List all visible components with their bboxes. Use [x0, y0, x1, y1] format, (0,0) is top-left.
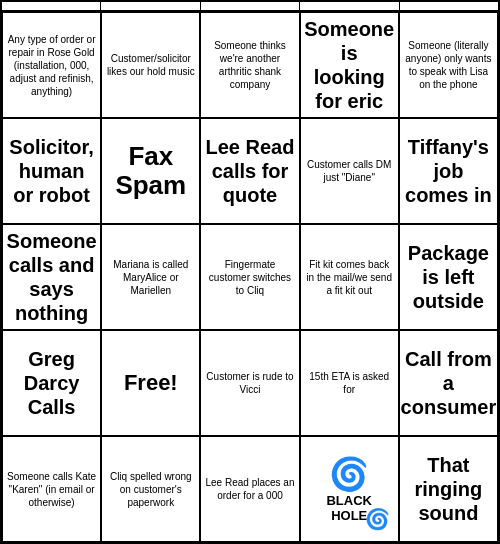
- cell-r3c0: Greg Darcy Calls: [2, 330, 101, 436]
- cell-r2c3: Fit kit comes back in the mail/we send a…: [300, 224, 399, 330]
- cell-r1c0: Solicitor, human or robot: [2, 118, 101, 224]
- cell-r1c3: Customer calls DM just "Diane": [300, 118, 399, 224]
- cell-label: Someone calls and says nothing: [7, 229, 97, 325]
- black-hole-icon2: 🌀: [365, 507, 390, 531]
- cell-r2c0: Someone calls and says nothing: [2, 224, 101, 330]
- cell-label: Lee Read places an order for a 000: [205, 476, 294, 502]
- cell-label: Fit kit comes back in the mail/we send a…: [305, 258, 394, 297]
- cell-r0c4: Someone (literally anyone) only wants to…: [399, 12, 498, 118]
- cell-r1c1: Fax Spam: [101, 118, 200, 224]
- cell-r0c2: Someone thinks we're another arthritic s…: [200, 12, 299, 118]
- free-space-label: Free!: [124, 370, 178, 396]
- cell-r2c1: Mariana is called MaryAlice or Mariellen: [101, 224, 200, 330]
- cell-label: Someone (literally anyone) only wants to…: [404, 39, 493, 91]
- cell-r4c4: That ringing sound: [399, 436, 498, 542]
- cell-r2c2: Fingermate customer switches to Cliq: [200, 224, 299, 330]
- cell-r4c3: 🌀 🌀 BLACKHOLE: [300, 436, 399, 542]
- cell-r1c2: Lee Read calls for quote: [200, 118, 299, 224]
- cell-label: Solicitor, human or robot: [7, 135, 96, 207]
- cell-label: Lee Read calls for quote: [205, 135, 294, 207]
- header-n: [201, 2, 300, 12]
- cell-r3c2: Customer is rude to Vicci: [200, 330, 299, 436]
- cell-label: Tiffany's job comes in: [404, 135, 493, 207]
- cell-label: Greg Darcy Calls: [7, 347, 96, 419]
- cell-r0c3: Someone is looking for eric: [300, 12, 399, 118]
- cell-r1c4: Tiffany's job comes in: [399, 118, 498, 224]
- cell-label: Mariana is called MaryAlice or Mariellen: [106, 258, 195, 297]
- header-b: [2, 2, 101, 12]
- cell-label: Call from a consumer: [401, 347, 497, 419]
- cell-label: Someone thinks we're another arthritic s…: [205, 39, 294, 91]
- cell-label: Fax Spam: [106, 142, 195, 199]
- cell-r4c1: Cliq spelled wrong on customer's paperwo…: [101, 436, 200, 542]
- cell-r3c1: Free!: [101, 330, 200, 436]
- cell-label: Package is left outside: [404, 241, 493, 313]
- bingo-card: Any type of order or repair in Rose Gold…: [0, 0, 500, 544]
- cell-r0c0: Any type of order or repair in Rose Gold…: [2, 12, 101, 118]
- cell-label: That ringing sound: [404, 453, 493, 525]
- bingo-grid: Any type of order or repair in Rose Gold…: [2, 12, 498, 542]
- cell-label: Someone calls Kate "Karen" (in email or …: [7, 470, 96, 509]
- cell-label: Any type of order or repair in Rose Gold…: [7, 33, 96, 98]
- black-hole-icon: 🌀: [329, 455, 369, 493]
- cell-label: Customer calls DM just "Diane": [305, 158, 394, 184]
- header-g: [300, 2, 399, 12]
- header-o: [400, 2, 498, 12]
- bingo-header: [2, 2, 498, 12]
- cell-label: Customer is rude to Vicci: [205, 370, 294, 396]
- cell-r2c4: Package is left outside: [399, 224, 498, 330]
- cell-r0c1: Customer/solicitor likes our hold music: [101, 12, 200, 118]
- cell-label: Customer/solicitor likes our hold music: [106, 52, 195, 78]
- cell-r3c3: 15th ETA is asked for: [300, 330, 399, 436]
- cell-r4c0: Someone calls Kate "Karen" (in email or …: [2, 436, 101, 542]
- cell-label: 15th ETA is asked for: [305, 370, 394, 396]
- cell-r3c4: Call from a consumer: [399, 330, 498, 436]
- cell-label: Fingermate customer switches to Cliq: [205, 258, 294, 297]
- cell-r4c2: Lee Read places an order for a 000: [200, 436, 299, 542]
- header-i: [101, 2, 200, 12]
- cell-label: Cliq spelled wrong on customer's paperwo…: [106, 470, 195, 509]
- cell-label: Someone is looking for eric: [304, 17, 394, 113]
